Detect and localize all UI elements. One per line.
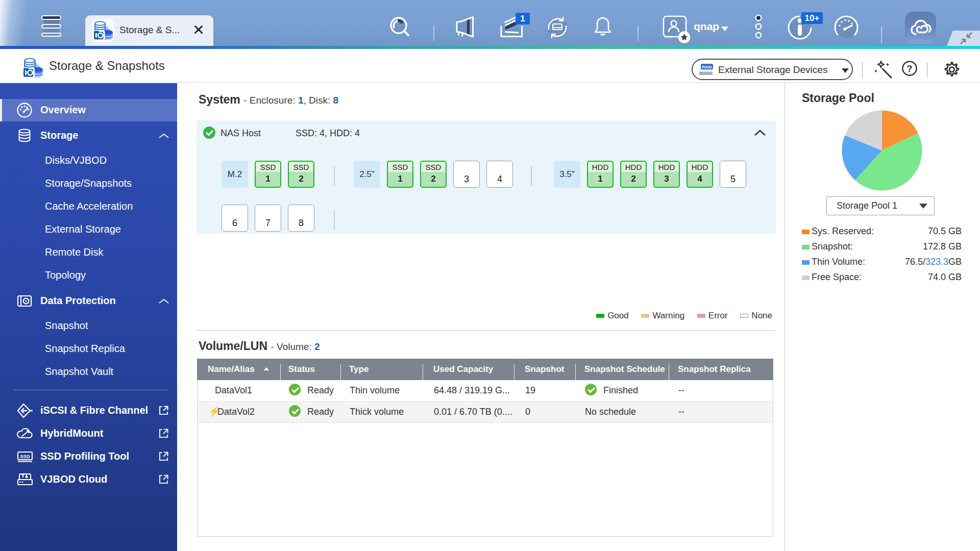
svg-text:?: ? xyxy=(907,64,913,74)
svg-text:RAID: RAID xyxy=(702,65,712,69)
svg-text:SSD: SSD xyxy=(20,454,30,459)
